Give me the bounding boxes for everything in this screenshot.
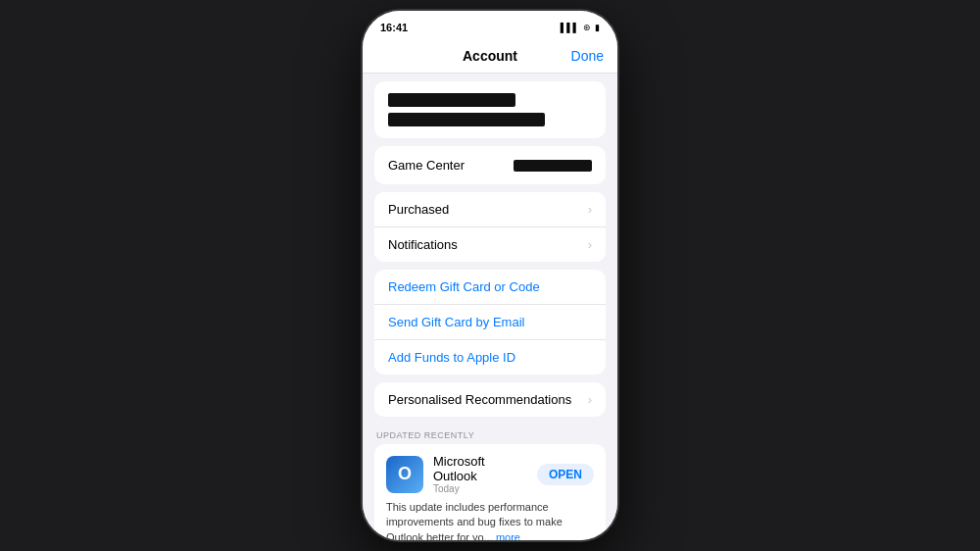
status-bar: 16:41 ▌▌▌ ⊛ ▮ bbox=[363, 11, 617, 38]
game-center-value-redacted bbox=[514, 160, 592, 172]
wifi-icon: ⊛ bbox=[583, 23, 591, 32]
outlook-row: O Microsoft Outlook Today OPEN This upda… bbox=[374, 444, 606, 540]
outlook-date: Today bbox=[433, 483, 527, 494]
outlook-icon: O bbox=[386, 456, 423, 493]
purchased-chevron: › bbox=[588, 202, 592, 217]
redeem-label: Redeem Gift Card or Code bbox=[388, 279, 540, 294]
game-center-row[interactable]: Game Center bbox=[374, 146, 606, 184]
outlook-top: O Microsoft Outlook Today OPEN bbox=[386, 454, 594, 494]
battery-icon: ▮ bbox=[595, 23, 600, 32]
outlook-more-link[interactable]: more bbox=[496, 531, 520, 540]
done-button[interactable]: Done bbox=[571, 48, 604, 64]
notifications-label: Notifications bbox=[388, 237, 458, 252]
send-gift-row[interactable]: Send Gift Card by Email bbox=[374, 305, 606, 340]
profile-section bbox=[374, 81, 606, 138]
add-funds-label: Add Funds to Apple ID bbox=[388, 350, 515, 365]
status-time: 16:41 bbox=[380, 22, 408, 33]
purchased-label: Purchased bbox=[388, 202, 449, 217]
outlook-name: Microsoft Outlook bbox=[433, 454, 527, 483]
profile-email-redacted bbox=[388, 113, 545, 126]
personalised-row[interactable]: Personalised Recommendations › bbox=[374, 382, 606, 417]
purchased-notifications-section: Purchased › Notifications › bbox=[374, 192, 606, 262]
outlook-open-button[interactable]: OPEN bbox=[537, 464, 594, 485]
purchased-row[interactable]: Purchased › bbox=[374, 192, 606, 227]
game-center-label: Game Center bbox=[388, 158, 465, 173]
signal-icon: ▌▌▌ bbox=[561, 23, 579, 32]
notifications-chevron: › bbox=[588, 237, 592, 252]
outlook-description: This update includes performance improve… bbox=[386, 500, 594, 540]
gift-card-section: Redeem Gift Card or Code Send Gift Card … bbox=[374, 270, 606, 375]
personalised-label: Personalised Recommendations bbox=[388, 392, 571, 407]
personalised-chevron: › bbox=[588, 392, 592, 407]
nav-bar: Account Done bbox=[363, 38, 617, 74]
send-gift-label: Send Gift Card by Email bbox=[388, 315, 524, 329]
status-icons: ▌▌▌ ⊛ ▮ bbox=[561, 23, 600, 32]
redeem-row[interactable]: Redeem Gift Card or Code bbox=[374, 270, 606, 305]
updated-recently-header: UPDATED RECENTLY bbox=[363, 425, 617, 444]
personalised-section: Personalised Recommendations › bbox=[374, 382, 606, 417]
add-funds-row[interactable]: Add Funds to Apple ID bbox=[374, 340, 606, 375]
notifications-row[interactable]: Notifications › bbox=[374, 227, 606, 262]
outlook-icon-letter: O bbox=[398, 464, 412, 484]
profile-name-redacted bbox=[388, 93, 515, 107]
game-center-section: Game Center bbox=[374, 146, 606, 184]
nav-title: Account bbox=[463, 48, 517, 64]
content-area: Game Center Purchased › Notifications › … bbox=[363, 74, 617, 540]
outlook-info: Microsoft Outlook Today bbox=[433, 454, 527, 494]
phone-frame: 16:41 ▌▌▌ ⊛ ▮ Account Done Game Center P… bbox=[363, 11, 617, 540]
